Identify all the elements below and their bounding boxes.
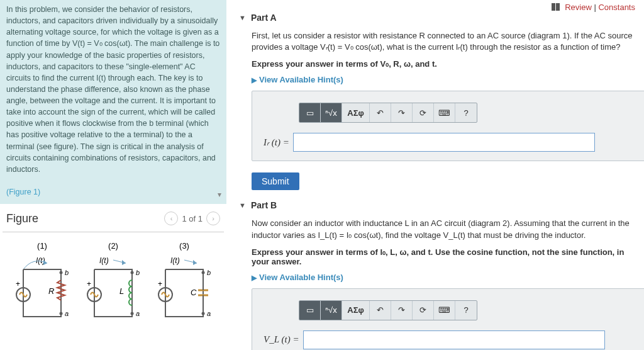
svg-text:+: +	[87, 279, 91, 288]
part-a-answer-region: ▭ ⁿ√x ΑΣφ ↶ ↷ ⟳ ⌨ ? Iᵣ (t) =	[252, 91, 644, 161]
svg-text:a: a	[136, 310, 140, 317]
svg-text:(1): (1)	[37, 241, 47, 251]
submit-button[interactable]: Submit	[252, 172, 299, 190]
svg-point-6	[59, 271, 62, 274]
review-link[interactable]: Review	[565, 3, 592, 12]
part-a-prompt: First, let us consider a resistor with r…	[252, 30, 635, 53]
svg-point-34	[202, 312, 205, 315]
part-b-answer-input[interactable]	[303, 330, 605, 349]
svg-text:a: a	[65, 310, 69, 317]
part-a-title: Part A	[251, 13, 277, 23]
prev-figure-button[interactable]: ‹	[164, 212, 178, 225]
svg-text:+: +	[158, 279, 162, 288]
svg-text:(3): (3)	[179, 241, 189, 251]
intro-text: In this problem, we consider the behavio…	[6, 5, 219, 174]
circuit-diagrams: (1) I(t) + R b a (2) I(t)	[3, 241, 224, 336]
scroll-down-icon[interactable]: ▾	[218, 189, 221, 200]
circuit-1: (1) I(t) + R b a	[11, 241, 74, 336]
part-b-hints-toggle[interactable]: ▶View Available Hint(s)	[252, 273, 635, 282]
part-b-answer-region: ▭ ⁿ√x ΑΣφ ↶ ↷ ⟳ ⌨ ? V_L (t) =	[252, 288, 644, 350]
svg-marker-2	[43, 260, 47, 265]
undo-icon[interactable]: ↶	[370, 103, 391, 122]
greek-button[interactable]: ΑΣφ	[342, 301, 370, 320]
svg-marker-24	[193, 260, 197, 265]
template-icon[interactable]: ▭	[299, 103, 321, 122]
figure-title: Figure	[6, 212, 164, 225]
problem-intro: In this problem, we consider the behavio…	[0, 0, 226, 204]
svg-marker-13	[122, 260, 126, 265]
part-a-answer-label: Iᵣ (t) =	[264, 137, 289, 148]
greek-button[interactable]: ΑΣφ	[342, 103, 370, 122]
part-a-express: Express your answer in terms of V₀, R, ω…	[252, 59, 635, 69]
figure-divider	[3, 232, 224, 232]
part-a-answer-input[interactable]	[293, 133, 595, 152]
svg-text:b: b	[207, 269, 211, 276]
sqrt-icon[interactable]: ⁿ√x	[321, 301, 342, 320]
reset-icon[interactable]: ⟳	[413, 103, 434, 122]
svg-point-17	[130, 271, 133, 274]
svg-text:+: +	[16, 279, 20, 288]
keyboard-icon[interactable]: ⌨	[434, 301, 455, 320]
constants-link[interactable]: Constants	[598, 3, 635, 12]
svg-point-19	[130, 312, 133, 315]
figure-pager-label: 1 of 1	[182, 214, 203, 223]
equation-toolbar-a: ▭ ⁿ√x ΑΣφ ↶ ↷ ⟳ ⌨ ?	[299, 103, 477, 123]
part-b-express: Express your answer in terms of I₀, L, ω…	[252, 247, 635, 266]
figure-link[interactable]: (Figure 1)	[6, 188, 40, 196]
circuit-2: (2) I(t) + L b a	[82, 241, 145, 336]
part-b-prompt: Now consider an inductor with inductance…	[252, 218, 635, 240]
svg-point-32	[202, 271, 205, 274]
collapse-part-a-icon[interactable]: ▼	[239, 14, 246, 21]
svg-text:(2): (2)	[108, 241, 118, 251]
top-links: Review | Constants	[552, 3, 635, 12]
help-icon[interactable]: ?	[455, 103, 477, 122]
svg-text:I(t): I(t)	[170, 256, 180, 265]
equation-toolbar-b: ▭ ⁿ√x ΑΣφ ↶ ↷ ⟳ ⌨ ?	[299, 300, 477, 320]
redo-icon[interactable]: ↷	[391, 301, 413, 320]
svg-text:C: C	[191, 288, 197, 297]
part-b: ▼ Part B Now consider an inductor with i…	[239, 195, 635, 350]
svg-text:R: R	[48, 286, 54, 296]
keyboard-icon[interactable]: ⌨	[434, 103, 455, 122]
collapse-part-b-icon[interactable]: ▼	[239, 201, 246, 209]
svg-point-8	[59, 312, 62, 315]
undo-icon[interactable]: ↶	[370, 301, 391, 320]
circuit-3: (3) I(t) + C b a	[153, 241, 216, 336]
redo-icon[interactable]: ↷	[391, 103, 413, 122]
reset-icon[interactable]: ⟳	[413, 301, 434, 320]
figure-pager: ‹ 1 of 1 ›	[164, 212, 220, 225]
svg-text:a: a	[207, 310, 211, 317]
svg-text:L: L	[119, 286, 124, 296]
template-icon[interactable]: ▭	[299, 301, 321, 320]
part-a-hints-toggle[interactable]: ▶View Available Hint(s)	[252, 75, 635, 84]
figure-panel: Figure ‹ 1 of 1 › (1) I(t) +	[0, 204, 226, 341]
part-b-title: Part B	[251, 200, 277, 210]
flag-icon[interactable]	[552, 3, 560, 11]
svg-text:b: b	[136, 269, 140, 276]
part-a: ▼ Part A First, let us consider a resist…	[239, 8, 635, 190]
svg-text:I(t): I(t)	[99, 256, 109, 265]
help-icon[interactable]: ?	[455, 301, 477, 320]
svg-text:b: b	[65, 269, 69, 276]
sqrt-icon[interactable]: ⁿ√x	[321, 103, 342, 122]
part-b-answer-label: V_L (t) =	[264, 334, 299, 345]
next-figure-button[interactable]: ›	[206, 212, 220, 225]
